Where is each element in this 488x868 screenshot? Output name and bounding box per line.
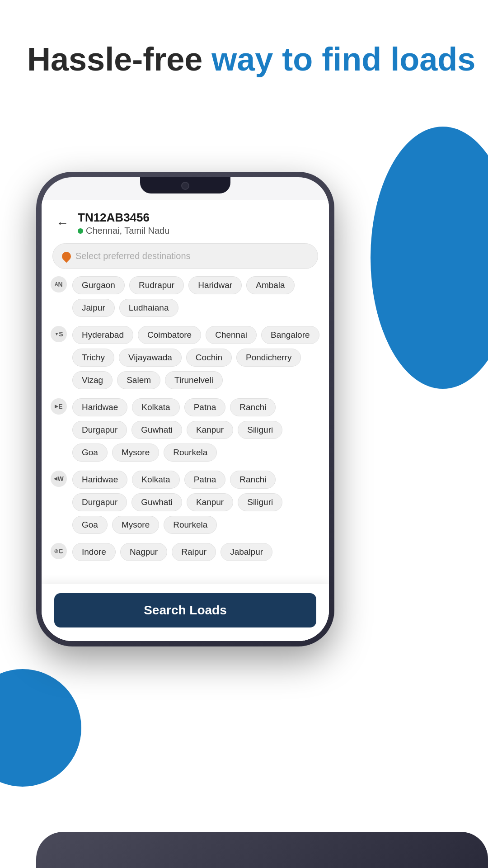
destination-search-bar[interactable]: Select preferred destinations	[52, 243, 318, 269]
search-placeholder-text: Select preferred destinations	[75, 251, 191, 261]
chip-ludhaiana[interactable]: Ludhaiana	[119, 299, 178, 317]
north-header: AN Gurgaon Rudrapur Haridwar Ambala Jaip…	[51, 276, 320, 317]
status-dot	[78, 228, 83, 234]
phone-inner-frame: ← TN12AB3456 Chennai, Tamil Nadu Select …	[42, 177, 329, 641]
phone-screen: ← TN12AB3456 Chennai, Tamil Nadu Select …	[42, 200, 329, 641]
chip-mysore-e[interactable]: Mysore	[112, 443, 159, 462]
decorative-circle-right	[371, 127, 488, 389]
chip-rudrapur[interactable]: Rudrapur	[129, 276, 184, 294]
chip-mysore-w[interactable]: Mysore	[112, 516, 159, 534]
chip-rourkela-e[interactable]: Rourkela	[164, 443, 217, 462]
phone-outer-frame: ← TN12AB3456 Chennai, Tamil Nadu Select …	[36, 172, 334, 646]
chip-kolkata-w[interactable]: Kolkata	[132, 471, 179, 489]
chip-ambala[interactable]: Ambala	[246, 276, 294, 294]
south-icon: ▼S	[51, 326, 67, 342]
chip-durgapur-e[interactable]: Durgapur	[72, 421, 127, 439]
chip-cochin[interactable]: Cochin	[186, 349, 232, 367]
chip-haridwar-n[interactable]: Haridwar	[188, 276, 242, 294]
headline-section: Hassle-free way to find loads	[27, 41, 475, 78]
chip-salem[interactable]: Salem	[117, 371, 160, 389]
west-chips: Haridwae Kolkata Patna Ranchi Durgapur G…	[72, 471, 320, 534]
phone-mockup: ← TN12AB3456 Chennai, Tamil Nadu Select …	[36, 172, 334, 646]
chip-raipur[interactable]: Raipur	[172, 543, 216, 561]
south-section: ▼S Hyderabad Coimbatore Chennai Bangalor…	[51, 326, 320, 389]
chip-goa-e[interactable]: Goa	[72, 443, 108, 462]
east-section: ▶E Haridwae Kolkata Patna Ranchi Durgapu…	[51, 398, 320, 462]
central-icon: ◎C	[51, 543, 67, 559]
app-header: ← TN12AB3456 Chennai, Tamil Nadu	[42, 200, 329, 243]
chip-chennai[interactable]: Chennai	[206, 326, 257, 344]
location-text: Chennai, Tamil Nadu	[86, 226, 169, 236]
headline-text: Hassle-free way to find loads	[27, 41, 475, 78]
chip-haridwae-w[interactable]: Haridwae	[72, 471, 127, 489]
west-header: ◀W Haridwae Kolkata Patna Ranchi Durgapu…	[51, 471, 320, 534]
north-chips: Gurgaon Rudrapur Haridwar Ambala Jaipur …	[72, 276, 320, 317]
vehicle-info: TN12AB3456 Chennai, Tamil Nadu	[78, 211, 169, 236]
chip-siliguri-e[interactable]: Siliguri	[238, 421, 282, 439]
chip-vijayawada[interactable]: Vijayawada	[119, 349, 182, 367]
chip-ranchi-w[interactable]: Ranchi	[230, 471, 276, 489]
west-icon: ◀W	[51, 471, 67, 487]
chip-kolkata-e[interactable]: Kolkata	[132, 398, 179, 416]
chip-jabalpur[interactable]: Jabalpur	[221, 543, 272, 561]
chip-bangalore[interactable]: Bangalore	[261, 326, 319, 344]
chip-nagpur[interactable]: Nagpur	[120, 543, 167, 561]
south-header: ▼S Hyderabad Coimbatore Chennai Bangalor…	[51, 326, 320, 389]
central-section: ◎C Indore Nagpur Raipur Jabalpur	[51, 543, 320, 561]
location-pin-icon	[60, 250, 73, 262]
decorative-circle-left	[0, 669, 81, 787]
second-phone-partial	[36, 832, 488, 868]
chip-siliguri-w[interactable]: Siliguri	[238, 493, 282, 511]
chip-ranchi-e[interactable]: Ranchi	[230, 398, 276, 416]
bottom-action-bar: Search Loads	[42, 584, 329, 641]
chip-rourkela-w[interactable]: Rourkela	[164, 516, 217, 534]
chip-durgapur-w[interactable]: Durgapur	[72, 493, 127, 511]
east-chips: Haridwae Kolkata Patna Ranchi Durgapur G…	[72, 398, 320, 462]
chip-patna-e[interactable]: Patna	[184, 398, 226, 416]
vehicle-location: Chennai, Tamil Nadu	[78, 226, 169, 236]
chip-goa-w[interactable]: Goa	[72, 516, 108, 534]
notch-camera	[181, 182, 189, 190]
vehicle-id: TN12AB3456	[78, 211, 169, 225]
chip-gurgaon[interactable]: Gurgaon	[72, 276, 125, 294]
west-section: ◀W Haridwae Kolkata Patna Ranchi Durgapu…	[51, 471, 320, 534]
central-chips: Indore Nagpur Raipur Jabalpur	[72, 543, 320, 561]
chip-indore[interactable]: Indore	[72, 543, 116, 561]
east-header: ▶E Haridwae Kolkata Patna Ranchi Durgapu…	[51, 398, 320, 462]
chip-pondicherry[interactable]: Pondicherry	[236, 349, 301, 367]
back-button[interactable]: ←	[54, 216, 70, 231]
chip-guwhati-e[interactable]: Guwhati	[131, 421, 182, 439]
chip-haridwae-e[interactable]: Haridwae	[72, 398, 127, 416]
east-icon: ▶E	[51, 398, 67, 415]
chip-patna-w[interactable]: Patna	[184, 471, 226, 489]
headline-blue: way to find loads	[211, 41, 475, 77]
chip-guwhati-w[interactable]: Guwhati	[131, 493, 182, 511]
north-icon: AN	[51, 276, 67, 292]
phone-notch	[140, 177, 230, 193]
chip-tirunelveli[interactable]: Tirunelveli	[165, 371, 223, 389]
chip-trichy[interactable]: Trichy	[72, 349, 114, 367]
south-chips: Hyderabad Coimbatore Chennai Bangalore T…	[72, 326, 320, 389]
chip-hyderabad[interactable]: Hyderabad	[72, 326, 133, 344]
chip-jaipur[interactable]: Jaipur	[72, 299, 115, 317]
chip-kanpur-w[interactable]: Kanpur	[187, 493, 233, 511]
chip-kanpur-e[interactable]: Kanpur	[187, 421, 233, 439]
search-loads-button[interactable]: Search Loads	[54, 593, 316, 627]
north-section: AN Gurgaon Rudrapur Haridwar Ambala Jaip…	[51, 276, 320, 317]
chip-coimbatore[interactable]: Coimbatore	[138, 326, 201, 344]
central-header: ◎C Indore Nagpur Raipur Jabalpur	[51, 543, 320, 561]
chip-vizag[interactable]: Vizag	[72, 371, 113, 389]
